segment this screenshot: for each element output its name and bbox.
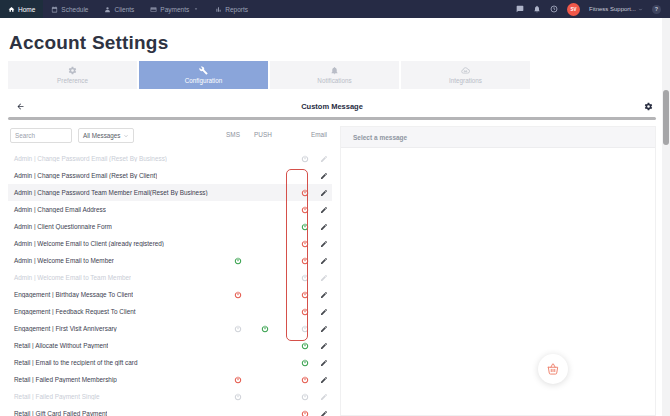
push-toggle-icon[interactable]	[261, 325, 269, 333]
message-row-admin-change-password-team-member-email-[interactable]: Admin | Change Password Team Member Emai…	[8, 184, 332, 201]
tab-preference[interactable]: Preference	[8, 61, 137, 89]
message-label: Admin | Welcome Email to Team Member	[8, 274, 131, 281]
sms-toggle-icon[interactable]	[234, 376, 242, 384]
caret-down-icon	[193, 6, 199, 12]
message-row-admin-change-password-email-reset-by-bus[interactable]: Admin | Change Password Email (Reset By …	[8, 150, 332, 167]
message-row-retail-allocate-without-payment[interactable]: Retail | Allocate Without Payment	[8, 337, 332, 354]
user-name-label: Fitness Support...	[589, 6, 636, 12]
email-toggle-icon[interactable]	[301, 308, 309, 316]
settings-tabs: PreferenceConfigurationNotificationsInte…	[8, 61, 530, 89]
email-toggle-icon[interactable]	[301, 376, 309, 384]
email-toggle-icon[interactable]	[301, 274, 309, 282]
message-row-admin-welcome-email-to-client-already-re[interactable]: Admin | Welcome Email to Client (already…	[8, 235, 332, 252]
page-title: Account Settings	[9, 32, 168, 54]
message-row-engagement-birthday-message-to-client[interactable]: Engagement | Birthday Message To Client	[8, 286, 332, 303]
email-toggle-icon[interactable]	[301, 291, 309, 299]
message-row-engagement-feedback-request-to-client[interactable]: Engagement | Feedback Request To Client	[8, 303, 332, 320]
home-icon	[8, 6, 15, 13]
edit-pencil-icon[interactable]	[320, 291, 328, 299]
edit-pencil-icon[interactable]	[320, 393, 328, 401]
message-row-admin-change-password-email-reset-by-cli[interactable]: Admin | Change Password Email (Reset By …	[8, 167, 332, 184]
detail-placeholder-text: Select a message	[353, 134, 407, 141]
tab-integrations[interactable]: Integrations	[401, 61, 530, 89]
sms-toggle-icon[interactable]	[234, 291, 242, 299]
message-row-retail-failed-payment-single[interactable]: Retail | Failed Payment Single	[8, 388, 332, 405]
edit-pencil-icon[interactable]	[320, 325, 328, 333]
chart-icon	[215, 6, 222, 13]
sms-toggle-icon[interactable]	[234, 325, 242, 333]
edit-pencil-icon[interactable]	[320, 172, 328, 180]
nav-item-payments[interactable]: Payments	[142, 0, 207, 18]
edit-pencil-icon[interactable]	[320, 257, 328, 265]
edit-pencil-icon[interactable]	[320, 342, 328, 350]
email-toggle-icon[interactable]	[301, 223, 309, 231]
detail-panel-header: Select a message	[341, 127, 655, 148]
page-scrollbar-thumb[interactable]	[663, 90, 669, 145]
calendar-icon	[51, 6, 58, 13]
email-toggle-icon[interactable]	[301, 206, 309, 214]
tab-notifications[interactable]: Notifications	[270, 61, 399, 89]
message-row-admin-welcome-email-to-member[interactable]: Admin | Welcome Email to Member	[8, 252, 332, 269]
sms-toggle-icon[interactable]	[234, 393, 242, 401]
horizontal-divider	[8, 117, 656, 120]
email-toggle-icon[interactable]	[301, 410, 309, 416]
edit-pencil-icon[interactable]	[320, 410, 328, 416]
store-fab-button[interactable]	[538, 354, 568, 384]
message-row-engagement-first-visit-anniversary[interactable]: Engagement | First Visit Anniversary	[8, 320, 332, 337]
email-toggle-icon[interactable]	[301, 342, 309, 350]
edit-pencil-icon[interactable]	[320, 189, 328, 197]
tab-label: Preference	[57, 77, 88, 84]
nav-item-reports[interactable]: Reports	[207, 0, 256, 18]
edit-pencil-icon[interactable]	[320, 359, 328, 367]
gear-icon[interactable]	[644, 102, 653, 111]
edit-pencil-icon[interactable]	[320, 274, 328, 282]
message-row-retail-email-to-the-recipient-of-the-gif[interactable]: Retail | Email to the recipient of the g…	[8, 354, 332, 371]
message-row-retail-failed-payment-membership[interactable]: Retail | Failed Payment Membership	[8, 371, 332, 388]
email-toggle-icon[interactable]	[301, 325, 309, 333]
edit-pencil-icon[interactable]	[320, 223, 328, 231]
email-toggle-icon[interactable]	[301, 240, 309, 248]
tab-label: Configuration	[185, 77, 222, 84]
chat-icon[interactable]	[516, 5, 524, 13]
message-list: Admin | Change Password Email (Reset By …	[8, 150, 332, 416]
bell-icon[interactable]	[533, 5, 541, 13]
message-label: Retail | Email to the recipient of the g…	[8, 359, 138, 366]
edit-pencil-icon[interactable]	[320, 155, 328, 163]
email-toggle-icon[interactable]	[301, 257, 309, 265]
edit-pencil-icon[interactable]	[320, 376, 328, 384]
sms-toggle-icon[interactable]	[234, 257, 242, 265]
email-toggle-icon[interactable]	[301, 359, 309, 367]
person-icon	[104, 6, 111, 13]
avatar[interactable]: SV	[567, 3, 580, 16]
column-header-email: Email	[303, 131, 335, 138]
edit-pencil-icon[interactable]	[320, 206, 328, 214]
email-toggle-icon[interactable]	[301, 155, 309, 163]
email-toggle-icon[interactable]	[301, 189, 309, 197]
message-label: Retail | Gift Card Failed Payment	[8, 410, 107, 416]
bell-icon	[330, 66, 339, 75]
custom-message-header: Custom Message	[8, 95, 656, 117]
nav-item-home[interactable]: Home	[0, 0, 43, 18]
nav-item-clients[interactable]: Clients	[96, 0, 142, 18]
gear-icon	[68, 66, 77, 75]
message-label: Engagement | Feedback Request To Client	[8, 308, 136, 315]
clock-icon[interactable]	[550, 5, 558, 13]
chevron-down-icon	[123, 133, 129, 139]
message-label: Admin | Change Password Email (Reset By …	[8, 172, 157, 179]
message-filter-dropdown[interactable]: All Messages	[78, 128, 134, 143]
search-input[interactable]	[10, 128, 72, 143]
nav-item-schedule[interactable]: Schedule	[43, 0, 96, 18]
message-row-admin-changed-email-address[interactable]: Admin | Changed Email Address	[8, 201, 332, 218]
message-row-retail-gift-card-failed-payment[interactable]: Retail | Gift Card Failed Payment	[8, 405, 332, 416]
message-row-admin-client-questionnaire-form[interactable]: Admin | Client Questionnaire Form	[8, 218, 332, 235]
edit-pencil-icon[interactable]	[320, 240, 328, 248]
user-menu[interactable]: Fitness Support...	[589, 6, 643, 12]
topbar-right-cluster: SV Fitness Support... ?	[516, 3, 670, 16]
email-toggle-icon[interactable]	[301, 393, 309, 401]
message-row-admin-welcome-email-to-team-member[interactable]: Admin | Welcome Email to Team Member	[8, 269, 332, 286]
edit-pencil-icon[interactable]	[320, 308, 328, 316]
help-icon[interactable]: ?	[652, 5, 661, 14]
filter-value: All Messages	[83, 132, 120, 139]
message-label: Admin | Changed Email Address	[8, 206, 106, 213]
tab-configuration[interactable]: Configuration	[139, 61, 268, 89]
